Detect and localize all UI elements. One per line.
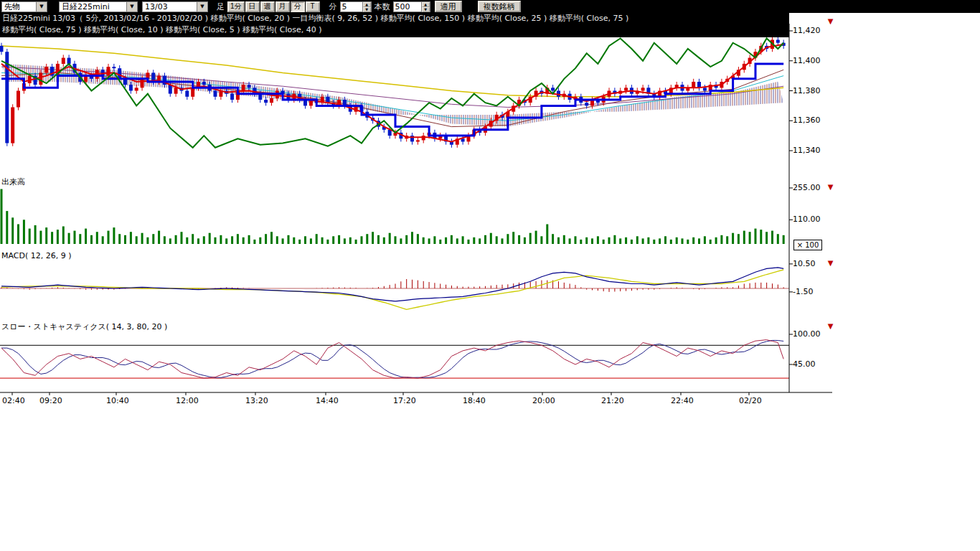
bars-label: 本数 [374, 1, 390, 12]
apply-button[interactable]: 適用 [435, 1, 462, 12]
chevron-down-icon[interactable]: ▼ [36, 2, 47, 11]
time-tick-label: 02/20 [739, 396, 762, 405]
spin-down-icon[interactable]: ▼ [363, 7, 371, 12]
bars-field-wrap: ▲ ▼ [393, 1, 430, 12]
minute-spinner[interactable]: ▲ ▼ [362, 2, 371, 11]
price-tick-label: 11,380 [793, 86, 821, 95]
minute-field-wrap: ▲ ▼ [340, 1, 372, 12]
time-tick-label: 12:00 [176, 396, 199, 405]
stoch-tick-label: 100.00 [793, 329, 821, 339]
time-tick-label: 22:40 [671, 396, 694, 405]
chart-header-line2: 移動平均( Close, 75 ) 移動平均( Close, 10 ) 移動平均… [0, 24, 789, 36]
multi-symbol-button[interactable]: 複数銘柄 [478, 1, 521, 12]
time-tick-label: 18:40 [463, 396, 486, 405]
toolbar: 先物 ▼ 日経225mini ▼ 13/03 ▼ 足 1分 日 週 月 分 T … [0, 0, 980, 13]
bars-input[interactable] [394, 2, 421, 11]
contract-select-value: 13/03 [143, 2, 197, 11]
category-select-value: 先物 [2, 2, 36, 11]
time-tick-label: 21:20 [601, 396, 624, 405]
macd-pane-label: MACD( 12, 26, 9 ) [1, 251, 72, 260]
minute-label: 分 [329, 1, 337, 12]
period-button-week[interactable]: 週 [260, 1, 275, 12]
symbol-select[interactable]: 日経225mini ▼ [59, 1, 138, 12]
time-tick-label: 02:40 [2, 396, 25, 405]
category-select[interactable]: 先物 ▼ [1, 1, 47, 12]
trading-chart-app: 先物 ▼ 日経225mini ▼ 13/03 ▼ 足 1分 日 週 月 分 T … [0, 0, 980, 551]
time-tick-label: 17:20 [393, 396, 416, 405]
chevron-down-icon[interactable]: ▼ [197, 2, 207, 11]
stoch-pane-label: スロー・ストキャスティクス( 14, 3, 80, 20 ) [1, 321, 167, 332]
macd-tick-label: 10.50 [793, 259, 816, 268]
chevron-down-icon[interactable]: ▼ [126, 2, 137, 11]
bars-spinner[interactable]: ▲ ▼ [421, 2, 430, 11]
chart-canvas [0, 0, 980, 551]
macd-tick-label: -1.50 [793, 287, 813, 296]
chart-header-line1: 日経225mini 13/03（ 5分, 2013/02/16 - 2013/0… [0, 13, 789, 24]
time-tick-label: 13:20 [245, 396, 268, 405]
chart-header: 日経225mini 13/03（ 5分, 2013/02/16 - 2013/0… [0, 13, 789, 37]
price-pane-scroll-down-icon[interactable]: ▼ [825, 17, 836, 26]
macd-pane-scroll-down-icon[interactable]: ▼ [825, 259, 836, 268]
price-tick-label: 11,360 [793, 116, 821, 125]
price-tick-label: 11,420 [793, 26, 821, 35]
stoch-pane-scroll-down-icon[interactable]: ▼ [825, 322, 836, 331]
spin-down-icon[interactable]: ▼ [422, 7, 430, 12]
spin-up-icon[interactable]: ▲ [422, 2, 430, 7]
time-tick-label: 09:20 [39, 396, 62, 405]
volume-pane-scroll-down-icon[interactable]: ▼ [825, 183, 836, 192]
period-button-day[interactable]: 日 [245, 1, 260, 12]
time-tick-label: 14:40 [316, 396, 339, 405]
volume-scale-box: × 100 [793, 240, 822, 250]
time-tick-label: 10:40 [106, 396, 129, 405]
contract-select[interactable]: 13/03 ▼ [142, 1, 208, 12]
period-button-1min[interactable]: 1分 [227, 1, 245, 12]
period-button-minute[interactable]: 分 [291, 1, 305, 12]
period-button-tick[interactable]: T [306, 1, 320, 12]
minute-input[interactable] [341, 2, 362, 11]
time-tick-label: 20:00 [532, 396, 555, 405]
ashi-label: 足 [217, 1, 225, 12]
spin-up-icon[interactable]: ▲ [363, 2, 371, 7]
stoch-tick-label: 45.00 [793, 359, 816, 369]
volume-tick-label: 255.00 [793, 183, 821, 192]
volume-tick-label: 110.00 [793, 215, 821, 224]
period-button-month[interactable]: 月 [275, 1, 290, 12]
symbol-select-value: 日経225mini [60, 2, 126, 11]
price-tick-label: 11,340 [793, 146, 821, 155]
volume-pane-label: 出来高 [1, 176, 25, 187]
price-tick-label: 11,400 [793, 56, 821, 65]
